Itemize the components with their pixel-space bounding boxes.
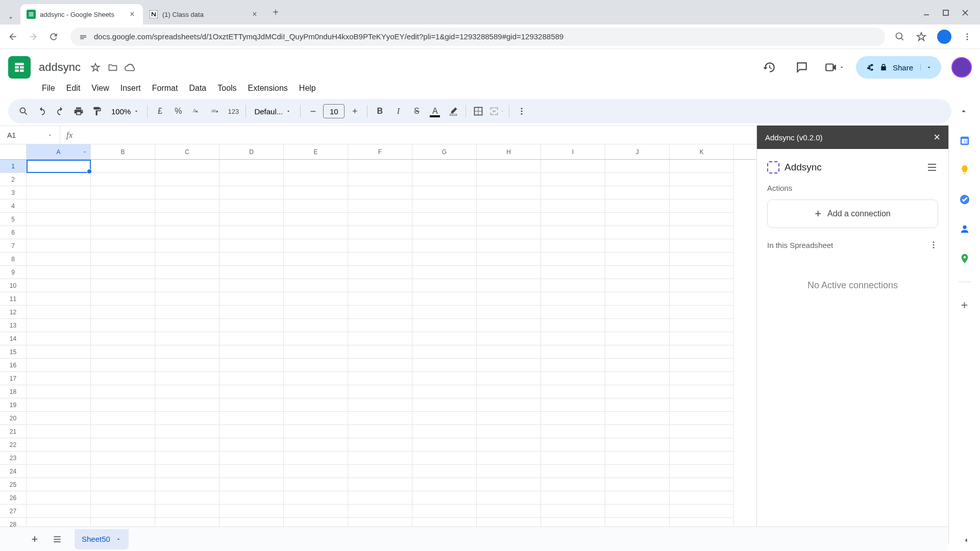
font-family-select[interactable]: Defaul... [250, 105, 296, 118]
cell[interactable] [412, 199, 477, 213]
tab-search-chevron-icon[interactable] [7, 14, 14, 21]
url-input[interactable]: docs.google.com/spreadsheets/d/1OxztETTy… [70, 28, 885, 46]
cell[interactable] [219, 226, 284, 239]
font-size-input[interactable]: 10 [323, 104, 345, 118]
name-box[interactable]: A1 [0, 126, 60, 144]
cell[interactable] [284, 452, 348, 465]
column-header[interactable]: I [541, 144, 605, 159]
menu-insert[interactable]: Insert [115, 82, 146, 95]
cell[interactable] [477, 173, 541, 186]
cell[interactable] [477, 425, 541, 438]
cell[interactable] [541, 266, 605, 279]
cell[interactable] [605, 213, 670, 226]
cell[interactable] [670, 398, 734, 412]
cell[interactable] [670, 385, 734, 398]
row-header[interactable]: 14 [0, 332, 26, 345]
cell[interactable] [605, 160, 670, 173]
cell[interactable] [670, 226, 734, 239]
cell[interactable] [284, 266, 348, 279]
contacts-icon[interactable] [958, 222, 971, 236]
cell[interactable] [91, 345, 155, 359]
cell[interactable] [412, 438, 477, 452]
cell[interactable] [541, 491, 605, 505]
cell[interactable] [155, 385, 219, 398]
tasks-icon[interactable] [958, 193, 971, 206]
cell[interactable] [91, 253, 155, 266]
cell[interactable] [541, 292, 605, 306]
cell[interactable] [91, 226, 155, 239]
redo-icon[interactable] [52, 103, 68, 119]
row-header[interactable]: 18 [0, 385, 26, 398]
cell[interactable] [477, 465, 541, 478]
cell[interactable] [477, 385, 541, 398]
site-info-icon[interactable] [79, 32, 88, 41]
window-close-icon[interactable] [961, 8, 970, 17]
cell[interactable] [412, 279, 477, 292]
cell[interactable] [412, 239, 477, 253]
strikethrough-icon[interactable]: S [408, 103, 425, 119]
cell[interactable] [412, 213, 477, 226]
cell[interactable] [155, 292, 219, 306]
cell[interactable] [284, 372, 348, 385]
cell[interactable] [477, 345, 541, 359]
row-header[interactable]: 6 [0, 226, 26, 239]
cell[interactable] [155, 306, 219, 319]
cell[interactable] [219, 359, 284, 372]
cell[interactable] [155, 226, 219, 239]
cell[interactable] [477, 239, 541, 253]
section-more-icon[interactable] [929, 240, 938, 249]
menu-help[interactable]: Help [294, 82, 321, 95]
meet-button[interactable] [823, 56, 846, 79]
move-folder-icon[interactable] [107, 62, 118, 73]
account-avatar[interactable] [951, 57, 972, 78]
cell[interactable] [605, 253, 670, 266]
cell[interactable] [541, 173, 605, 186]
cell[interactable] [605, 491, 670, 505]
cell[interactable] [284, 438, 348, 452]
addon-menu-icon[interactable] [926, 161, 938, 173]
row-header[interactable]: 21 [0, 425, 26, 438]
cell[interactable] [605, 199, 670, 213]
cell[interactable] [670, 438, 734, 452]
forward-button-icon[interactable] [28, 31, 39, 42]
cell[interactable] [477, 359, 541, 372]
cell[interactable] [541, 372, 605, 385]
chrome-menu-icon[interactable] [962, 31, 973, 42]
cell[interactable] [605, 505, 670, 518]
row-header[interactable]: 2 [0, 173, 26, 186]
formula-bar-input[interactable] [79, 126, 756, 144]
cell[interactable] [348, 412, 412, 425]
cell[interactable] [284, 465, 348, 478]
cell[interactable] [155, 398, 219, 412]
cell[interactable] [412, 345, 477, 359]
cell[interactable] [27, 412, 91, 425]
cell[interactable] [284, 398, 348, 412]
cell[interactable] [284, 412, 348, 425]
cell[interactable] [219, 412, 284, 425]
cell[interactable] [477, 438, 541, 452]
cell[interactable] [27, 266, 91, 279]
cell[interactable] [27, 478, 91, 491]
cell[interactable] [541, 239, 605, 253]
menu-format[interactable]: Format [147, 82, 183, 95]
cell[interactable] [27, 199, 91, 213]
row-header[interactable]: 22 [0, 438, 26, 452]
decrease-font-icon[interactable]: − [305, 103, 321, 119]
menu-edit[interactable]: Edit [61, 82, 86, 95]
cell[interactable] [219, 213, 284, 226]
cell[interactable] [477, 505, 541, 518]
cell[interactable] [284, 359, 348, 372]
menu-tools[interactable]: Tools [212, 82, 241, 95]
cell[interactable] [670, 332, 734, 345]
cell[interactable] [155, 186, 219, 199]
cell[interactable] [348, 359, 412, 372]
cell[interactable] [412, 425, 477, 438]
cell[interactable] [155, 160, 219, 173]
bold-icon[interactable]: B [372, 103, 388, 119]
decrease-decimal-icon[interactable]: .0 [188, 103, 205, 119]
cell[interactable] [155, 465, 219, 478]
maps-icon[interactable] [958, 252, 971, 265]
cell[interactable] [477, 199, 541, 213]
cell[interactable] [541, 319, 605, 332]
cell[interactable] [284, 160, 348, 173]
